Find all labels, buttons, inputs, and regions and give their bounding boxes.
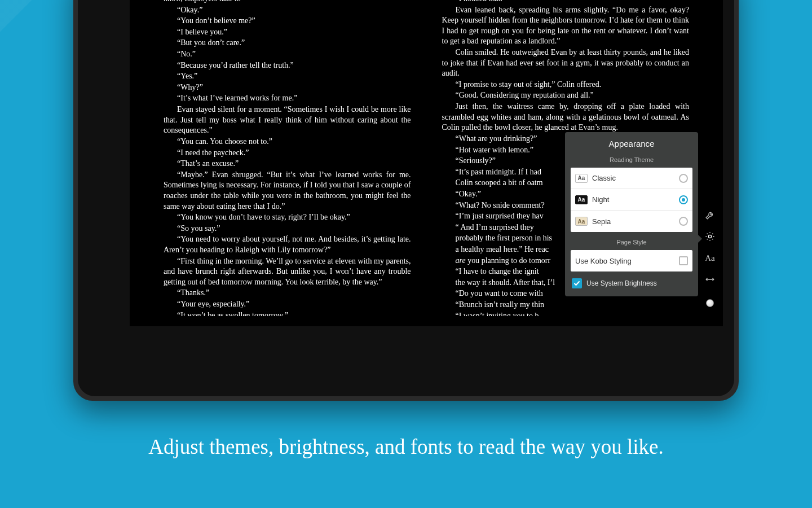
width-icon[interactable] [705, 274, 715, 284]
text-line: “Yes.” [164, 71, 411, 82]
checkbox-icon [679, 256, 688, 265]
theme-swatch-icon: Aa [575, 195, 588, 204]
left-page[interactable]: know, employers hate it.”“Okay.”“You don… [164, 0, 411, 316]
radio-icon [679, 174, 688, 183]
text-line: “You know you don’t have to stay, right?… [164, 212, 411, 223]
text-line: “I believe you.” [164, 27, 411, 38]
kobo-styling-label: Use Kobo Styling [575, 257, 632, 265]
text-line: “It’s what I’ve learned works for me.” [164, 93, 411, 104]
theme-label: Classic [592, 174, 616, 182]
text-line: “Good. Considering my reputation and all… [442, 90, 690, 101]
text-line: “You don’t believe me?” [164, 16, 411, 27]
theme-swatch-icon: Aa [575, 174, 588, 183]
text-line: “Brunch isn’t really my thin [442, 300, 690, 310]
text-line: “I promise to stay out of sight,” Colin … [442, 80, 690, 90]
font-icon[interactable]: Aa [705, 253, 715, 263]
theme-list: Aa Classic Aa Night Aa Sepia [571, 168, 692, 232]
appearance-panel: Appearance Reading Theme Aa Classic Aa N… [565, 132, 698, 296]
text-line: “I noticed that.” [442, 0, 690, 5]
text-line: Evan leaned back, spreading his arms sli… [442, 5, 690, 47]
theme-label: Sepia [592, 217, 611, 226]
text-line: know, employers hate it.” [164, 0, 411, 5]
text-line: Colin smiled. He outweighed Evan by at l… [442, 47, 690, 79]
settings-rail: Aa [701, 210, 718, 307]
wrench-icon[interactable] [705, 210, 715, 220]
text-line: Evan stayed silent for a moment. “Someti… [164, 104, 411, 136]
text-line: “Okay.” [164, 5, 411, 16]
text-line: “That’s an excuse.” [164, 159, 411, 169]
text-line: “No.” [164, 49, 411, 60]
panel-title: Appearance [565, 132, 698, 153]
text-line: “You need to worry about yourself, not m… [164, 234, 411, 255]
text-line: “It won’t be as swollen tomorrow.” [164, 310, 411, 316]
system-brightness-label: Use System Brightness [586, 279, 657, 287]
text-line: “Because you’d rather tell the truth.” [164, 60, 411, 71]
system-brightness-toggle[interactable]: Use System Brightness [565, 271, 698, 296]
radio-icon [679, 195, 688, 204]
theme-label: Night [592, 195, 609, 204]
theme-swatch-icon: Aa [575, 217, 588, 226]
svg-point-0 [708, 235, 711, 238]
text-line: Just then, the waitress came by, droppin… [442, 102, 690, 133]
text-line: “So you say.” [164, 224, 411, 234]
text-line: “Why?” [164, 82, 411, 93]
kobo-styling-toggle[interactable]: Use Kobo Styling [571, 250, 692, 271]
text-line: “But you don’t care.” [164, 38, 411, 49]
theme-option-classic[interactable]: Aa Classic [571, 168, 692, 189]
reading-theme-label: Reading Theme [565, 153, 698, 168]
tablet-frame: See Me CHAPTER 1: Colin - 3 of 8 know, e… [73, 0, 739, 401]
theme-option-sepia[interactable]: Aa Sepia [571, 211, 692, 232]
promo-caption: Adjust themes, brightness, and fonts to … [0, 435, 812, 459]
text-line: “You can. You choose not to.” [164, 137, 411, 147]
text-line: “I wasn’t inviting you to b [442, 311, 690, 316]
checkbox-checked-icon [572, 278, 582, 288]
reader-screen: See Me CHAPTER 1: Colin - 3 of 8 know, e… [130, 0, 723, 326]
radio-icon [679, 217, 688, 226]
text-line: “First thing in the morning. We’ll go to… [164, 256, 411, 288]
page-style-label: Page Style [565, 232, 698, 250]
text-line: “Thanks.” [164, 288, 411, 299]
text-line: “Your eye, especially.” [164, 299, 411, 310]
brightness-icon[interactable] [705, 231, 715, 242]
text-line: “Maybe.” Evan shrugged. “But it’s what I… [164, 170, 411, 212]
theme-option-night[interactable]: Aa Night [571, 189, 692, 211]
page-indicator-icon[interactable] [706, 299, 714, 307]
text-line: “I need the paycheck.” [164, 148, 411, 159]
